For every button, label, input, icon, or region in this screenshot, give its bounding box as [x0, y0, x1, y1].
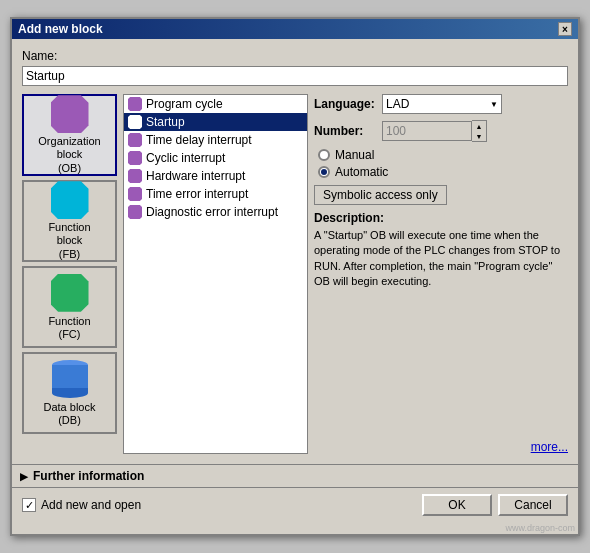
add-new-open-checkbox[interactable]: ✓: [22, 498, 36, 512]
block-types-panel: Organizationblock(OB) Functionblock(FB): [22, 94, 117, 454]
main-area: Organizationblock(OB) Functionblock(FB): [22, 94, 568, 454]
automatic-label: Automatic: [335, 165, 388, 179]
list-item-program-cycle[interactable]: Program cycle: [124, 95, 307, 113]
number-label: Number:: [314, 124, 374, 138]
time-error-label: Time error interrupt: [146, 187, 248, 201]
fb-icon-wrapper: [50, 181, 90, 219]
bottom-bar: ✓ Add new and open OK Cancel: [12, 487, 578, 522]
dialog: Add new block × Name: Organizationblock(…: [10, 17, 580, 536]
list-item-diagnostic[interactable]: Diagnostic error interrupt: [124, 203, 307, 221]
fb-shape: [51, 181, 89, 219]
ob-icon-wrapper: [50, 95, 90, 133]
cyclic-icon: [128, 151, 142, 165]
name-input[interactable]: [22, 66, 568, 86]
add-new-open-section: ✓ Add new and open: [22, 498, 141, 512]
time-delay-icon: [128, 133, 142, 147]
cyclic-label: Cyclic interrupt: [146, 151, 225, 165]
fb-label: Functionblock(FB): [48, 221, 90, 261]
time-delay-label: Time delay interrupt: [146, 133, 252, 147]
number-spinner: ▲ ▼: [472, 120, 487, 142]
description-label: Description:: [314, 211, 568, 225]
hardware-label: Hardware interrupt: [146, 169, 245, 183]
manual-radio-row[interactable]: Manual: [318, 148, 568, 162]
list-item-cyclic[interactable]: Cyclic interrupt: [124, 149, 307, 167]
language-value: LAD: [386, 97, 409, 111]
language-row: Language: LAD ▼: [314, 94, 568, 114]
spinner-up[interactable]: ▲: [472, 121, 486, 131]
diagnostic-label: Diagnostic error interrupt: [146, 205, 278, 219]
right-panel: Language: LAD ▼ Number: ▲ ▼: [314, 94, 568, 454]
list-item-startup[interactable]: Startup: [124, 113, 307, 131]
language-dropdown[interactable]: LAD ▼: [382, 94, 502, 114]
block-type-FC[interactable]: Function(FC): [22, 266, 117, 348]
manual-label: Manual: [335, 148, 374, 162]
watermark: www.dragon-com: [12, 522, 578, 534]
further-info-label: Further information: [33, 469, 144, 483]
diagnostic-icon: [128, 205, 142, 219]
dropdown-arrow: ▼: [490, 100, 498, 109]
language-label: Language:: [314, 97, 374, 111]
dialog-content: Name: Organizationblock(OB): [12, 39, 578, 464]
time-error-icon: [128, 187, 142, 201]
fc-icon-wrapper: [50, 273, 90, 313]
name-label: Name:: [22, 49, 568, 63]
startup-icon: [128, 115, 142, 129]
ob-label: Organizationblock(OB): [38, 135, 100, 175]
block-type-FB[interactable]: Functionblock(FB): [22, 180, 117, 262]
manual-radio[interactable]: [318, 149, 330, 161]
db-shape: [50, 360, 90, 398]
cancel-button[interactable]: Cancel: [498, 494, 568, 516]
list-area[interactable]: Program cycle Startup Time delay interru…: [123, 94, 308, 454]
close-button[interactable]: ×: [558, 22, 572, 36]
ok-button[interactable]: OK: [422, 494, 492, 516]
description-text: A "Startup" OB will execute one time whe…: [314, 228, 568, 290]
block-type-DB[interactable]: Data block(DB): [22, 352, 117, 434]
block-type-OB[interactable]: Organizationblock(OB): [22, 94, 117, 176]
ob-shape: [51, 95, 89, 133]
spinner-down[interactable]: ▼: [472, 131, 486, 141]
fc-shape: [51, 274, 89, 312]
symbolic-access-button[interactable]: Symbolic access only: [314, 185, 447, 205]
bottom-buttons: OK Cancel: [422, 494, 568, 516]
list-item-time-error[interactable]: Time error interrupt: [124, 185, 307, 203]
program-cycle-label: Program cycle: [146, 97, 223, 111]
list-item-hardware[interactable]: Hardware interrupt: [124, 167, 307, 185]
number-row: Number: ▲ ▼: [314, 120, 568, 142]
number-input[interactable]: [382, 121, 472, 141]
title-bar: Add new block ×: [12, 19, 578, 39]
more-link[interactable]: more...: [314, 440, 568, 454]
db-label: Data block(DB): [44, 401, 96, 427]
automatic-radio[interactable]: [318, 166, 330, 178]
list-item-time-delay[interactable]: Time delay interrupt: [124, 131, 307, 149]
automatic-radio-row[interactable]: Automatic: [318, 165, 568, 179]
radio-group: Manual Automatic: [318, 148, 568, 179]
startup-label: Startup: [146, 115, 185, 129]
program-cycle-icon: [128, 97, 142, 111]
hardware-icon: [128, 169, 142, 183]
name-section: Name:: [22, 49, 568, 86]
number-input-wrap: ▲ ▼: [382, 120, 487, 142]
fc-label: Function(FC): [48, 315, 90, 341]
description-section: Description: A "Startup" OB will execute…: [314, 211, 568, 434]
further-information-section[interactable]: ▶ Further information: [12, 464, 578, 487]
db-icon-wrapper: [50, 359, 90, 399]
dialog-title: Add new block: [18, 22, 103, 36]
further-info-arrow: ▶: [20, 471, 28, 482]
symbolic-btn-wrap: Symbolic access only: [314, 185, 568, 205]
add-new-open-label: Add new and open: [41, 498, 141, 512]
